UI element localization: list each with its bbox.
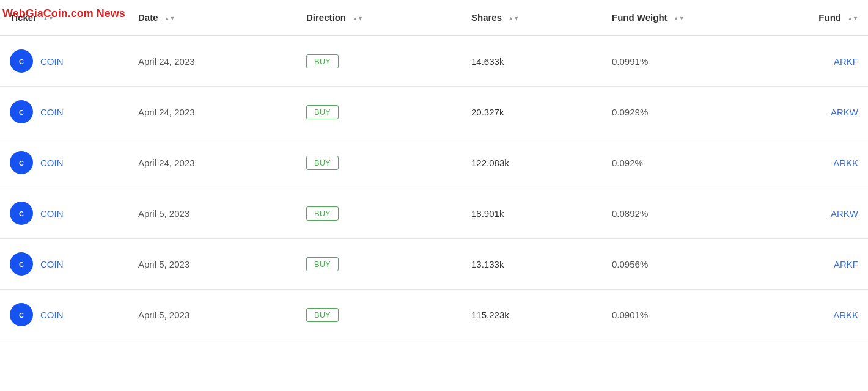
- shares-sort-icon: ▲▼: [508, 16, 519, 21]
- date-cell: April 5, 2023: [128, 188, 296, 239]
- shares-cell: 115.223k: [462, 290, 602, 340]
- svg-text:C: C: [19, 159, 24, 167]
- col-header-ticker[interactable]: WebGiaCoin.com News Ticker ▲▼: [0, 0, 128, 35]
- table-row: C COIN April 5, 2023BUY13.133k0.0956%ARK…: [0, 239, 868, 290]
- direction-cell: BUY: [296, 137, 462, 188]
- date-cell: April 24, 2023: [128, 35, 296, 87]
- direction-label: Direction: [306, 12, 346, 23]
- buy-badge: BUY: [306, 308, 339, 322]
- fund-cell[interactable]: ARKK: [743, 290, 868, 340]
- ticker-cell: C COIN: [0, 35, 128, 87]
- coin-logo-svg: C: [14, 257, 29, 271]
- shares-cell: 20.327k: [462, 87, 602, 137]
- col-header-fund-weight[interactable]: Fund Weight ▲▼: [602, 0, 743, 35]
- ticker-symbol[interactable]: COIN: [40, 208, 64, 219]
- svg-text:C: C: [19, 261, 24, 268]
- date-cell: April 24, 2023: [128, 87, 296, 137]
- ticker-cell: C COIN: [0, 87, 128, 137]
- table-row: C COIN April 5, 2023BUY18.901k0.0892%ARK…: [0, 188, 868, 239]
- trades-table: WebGiaCoin.com News Ticker ▲▼ Date ▲▼ Di…: [0, 0, 868, 340]
- ticker-symbol[interactable]: COIN: [40, 259, 64, 269]
- date-cell: April 5, 2023: [128, 290, 296, 340]
- svg-text:C: C: [19, 58, 24, 65]
- fund-sort-icon: ▲▼: [847, 16, 858, 21]
- col-header-direction[interactable]: Direction ▲▼: [296, 0, 462, 35]
- coin-logo: C: [10, 303, 33, 326]
- table-header-row: WebGiaCoin.com News Ticker ▲▼ Date ▲▼ Di…: [0, 0, 868, 35]
- table-row: C COIN April 24, 2023BUY122.083k0.092%AR…: [0, 137, 868, 188]
- buy-badge: BUY: [306, 257, 339, 271]
- table-row: C COIN April 24, 2023BUY20.327k0.0929%AR…: [0, 87, 868, 137]
- ticker-symbol[interactable]: COIN: [40, 56, 64, 67]
- ticker-sort-icon: ▲▼: [43, 16, 54, 21]
- ticker-symbol[interactable]: COIN: [40, 310, 64, 320]
- date-cell: April 5, 2023: [128, 239, 296, 290]
- fund-weight-label: Fund Weight: [612, 12, 668, 23]
- table-body: C COIN April 24, 2023BUY14.633k0.0991%AR…: [0, 35, 868, 340]
- direction-cell: BUY: [296, 87, 462, 137]
- ticker-cell: C COIN: [0, 290, 128, 340]
- date-cell: April 24, 2023: [128, 137, 296, 188]
- fund-weight-cell: 0.0956%: [602, 239, 743, 290]
- buy-badge: BUY: [306, 105, 339, 119]
- buy-badge: BUY: [306, 206, 339, 221]
- fund-weight-cell: 0.0991%: [602, 35, 743, 87]
- shares-cell: 14.633k: [462, 35, 602, 87]
- col-header-date[interactable]: Date ▲▼: [128, 0, 296, 35]
- table-row: C COIN April 24, 2023BUY14.633k0.0991%AR…: [0, 35, 868, 87]
- fund-label: Fund: [818, 12, 841, 23]
- coin-logo-svg: C: [14, 307, 29, 322]
- date-sort-icon: ▲▼: [164, 16, 175, 21]
- buy-badge: BUY: [306, 54, 339, 68]
- fund-cell[interactable]: ARKW: [743, 188, 868, 239]
- shares-label: Shares: [471, 12, 502, 23]
- direction-cell: BUY: [296, 239, 462, 290]
- fund-weight-cell: 0.0929%: [602, 87, 743, 137]
- direction-cell: BUY: [296, 290, 462, 340]
- ticker-cell: C COIN: [0, 239, 128, 290]
- svg-text:C: C: [19, 312, 24, 319]
- ticker-symbol[interactable]: COIN: [40, 107, 64, 117]
- coin-logo: C: [10, 100, 33, 123]
- coin-logo: C: [10, 202, 33, 225]
- coin-logo: C: [10, 252, 33, 276]
- direction-sort-icon: ▲▼: [352, 16, 363, 21]
- buy-badge: BUY: [306, 156, 339, 170]
- fund-weight-sort-icon: ▲▼: [674, 16, 685, 21]
- fund-weight-cell: 0.0901%: [602, 290, 743, 340]
- coin-logo: C: [10, 151, 33, 174]
- fund-cell[interactable]: ARKK: [743, 137, 868, 188]
- table-row: C COIN April 5, 2023BUY115.223k0.0901%AR…: [0, 290, 868, 340]
- coin-logo-svg: C: [14, 155, 29, 170]
- ticker-label: Ticker: [10, 12, 37, 23]
- fund-cell[interactable]: ARKF: [743, 239, 868, 290]
- shares-cell: 18.901k: [462, 188, 602, 239]
- shares-cell: 13.133k: [462, 239, 602, 290]
- ticker-cell: C COIN: [0, 137, 128, 188]
- coin-logo-svg: C: [14, 104, 29, 119]
- svg-text:C: C: [19, 210, 24, 217]
- coin-logo-svg: C: [14, 206, 29, 221]
- shares-cell: 122.083k: [462, 137, 602, 188]
- col-header-shares[interactable]: Shares ▲▼: [462, 0, 602, 35]
- table-container: WebGiaCoin.com News Ticker ▲▼ Date ▲▼ Di…: [0, 0, 868, 340]
- fund-cell[interactable]: ARKW: [743, 87, 868, 137]
- fund-cell[interactable]: ARKF: [743, 35, 868, 87]
- coin-logo-svg: C: [14, 54, 29, 68]
- ticker-cell: C COIN: [0, 188, 128, 239]
- fund-weight-cell: 0.0892%: [602, 188, 743, 239]
- col-header-fund[interactable]: Fund ▲▼: [743, 0, 868, 35]
- fund-weight-cell: 0.092%: [602, 137, 743, 188]
- ticker-symbol[interactable]: COIN: [40, 158, 64, 168]
- direction-cell: BUY: [296, 35, 462, 87]
- svg-text:C: C: [19, 109, 24, 116]
- direction-cell: BUY: [296, 188, 462, 239]
- coin-logo: C: [10, 49, 33, 73]
- date-label: Date: [138, 12, 158, 23]
